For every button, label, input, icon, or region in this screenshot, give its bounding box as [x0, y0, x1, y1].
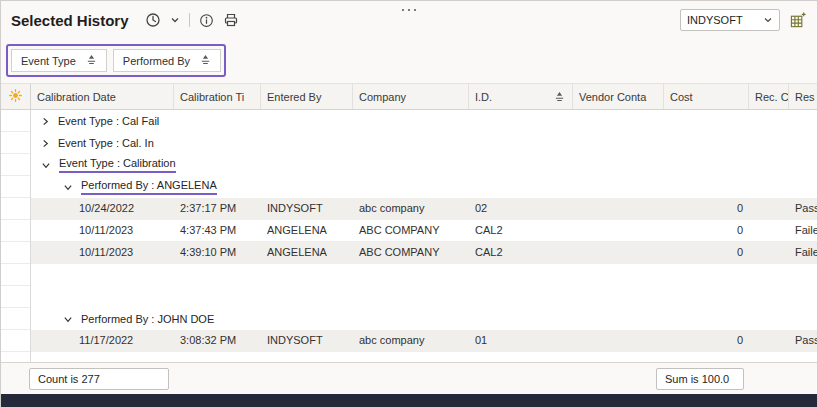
- column-header-calibration-time[interactable]: Calibration Ti: [174, 84, 261, 109]
- cell-rec-cost: [749, 220, 789, 241]
- row-cells: 10/11/2023 4:39:10 PM ANGELENA ABC COMPA…: [31, 242, 817, 264]
- column-header-label: Res: [795, 91, 815, 103]
- cell-company: ABC COMPANY: [353, 242, 469, 263]
- cell-calibration-time: 4:37:43 PM: [174, 220, 261, 241]
- column-header-rec-cost[interactable]: Rec. Co: [749, 84, 789, 109]
- count-summary-label: Count is 277: [38, 373, 100, 385]
- sun-icon: [9, 89, 22, 104]
- chevron-right-icon[interactable]: [41, 117, 50, 126]
- cell-company: ABC COMPANY: [353, 220, 469, 241]
- column-header-entered-by[interactable]: Entered By: [261, 84, 353, 109]
- row-indicator: [1, 176, 31, 198]
- cell-cost: 0: [664, 198, 749, 219]
- column-header-vendor-contact[interactable]: Vendor Conta: [573, 84, 664, 109]
- column-header-label: Entered By: [267, 91, 321, 103]
- group-label: Performed By : ANGELENA: [81, 179, 217, 195]
- cell-result: Pass: [789, 330, 817, 351]
- column-header-cost[interactable]: Cost: [664, 84, 749, 109]
- chevron-down-icon[interactable]: [41, 161, 51, 170]
- row-indicator: [1, 132, 31, 154]
- row-cells: 10/11/2023 4:37:43 PM ANGELENA ABC COMPA…: [31, 220, 817, 242]
- group-row-john-doe[interactable]: Performed By : JOHN DOE: [1, 308, 817, 330]
- chevron-down-icon: [763, 15, 773, 25]
- toolbar-separator: [189, 13, 190, 27]
- cell-entered-by: INDYSOFT: [261, 198, 353, 219]
- cell-cost: 0: [664, 330, 749, 351]
- empty-row: [1, 264, 817, 286]
- count-summary-box: Count is 277: [29, 368, 169, 390]
- group-chip-event-type[interactable]: Event Type: [11, 49, 107, 72]
- row-indicator: [1, 110, 31, 132]
- cell-cost: 0: [664, 220, 749, 241]
- group-by-highlight-box: Event Type Performed By: [6, 44, 226, 77]
- column-header-label: Calibration Ti: [180, 91, 244, 103]
- group-label: Event Type : Cal Fail: [58, 115, 159, 128]
- cell-entered-by: ANGELENA: [261, 220, 353, 241]
- column-header-calibration-date[interactable]: Calibration Date: [31, 84, 174, 109]
- indicator-column-header[interactable]: [1, 84, 31, 109]
- cell-entered-by: ANGELENA: [261, 242, 353, 263]
- group-chip-label: Event Type: [21, 55, 76, 67]
- cell-calibration-date: 11/17/2022: [31, 330, 174, 351]
- table-row[interactable]: 11/17/2022 3:08:32 PM INDYSOFT abc compa…: [1, 330, 817, 352]
- table-row[interactable]: 10/11/2023 4:37:43 PM ANGELENA ABC COMPA…: [1, 220, 817, 242]
- cell-id: 01: [469, 330, 573, 351]
- row-cells: 10/24/2022 2:37:17 PM INDYSOFT abc compa…: [31, 198, 817, 220]
- field-chooser-grid-icon[interactable]: [790, 12, 807, 29]
- empty-row: [1, 286, 817, 308]
- cell-result: Pass: [789, 198, 817, 219]
- cell-id: CAL2: [469, 242, 573, 263]
- chevron-right-icon[interactable]: [41, 139, 50, 148]
- chevron-down-icon[interactable]: [170, 15, 180, 25]
- group-label: Event Type : Cal. In: [58, 137, 154, 150]
- grid-rows: Event Type : Cal Fail Event Type : Cal. …: [1, 110, 817, 362]
- cell-vendor-contact: [573, 330, 664, 351]
- row-indicator: [1, 242, 31, 264]
- cell-cost: 0: [664, 242, 749, 263]
- cell-rec-cost: [749, 242, 789, 263]
- group-chip-performed-by[interactable]: Performed By: [113, 49, 221, 72]
- database-select-value: INDYSOFT: [687, 14, 743, 26]
- group-label: Event Type : Calibration: [59, 157, 176, 173]
- info-icon[interactable]: [199, 13, 214, 28]
- chevron-down-icon[interactable]: [63, 315, 73, 324]
- print-icon[interactable]: [223, 12, 239, 28]
- row-cells: 11/17/2022 3:08:32 PM INDYSOFT abc compa…: [31, 330, 817, 352]
- group-by-panel: Event Type Performed By: [1, 39, 817, 83]
- column-header-label: Rec. Co: [755, 91, 789, 103]
- page-title: Selected History: [11, 12, 129, 29]
- column-header-label: Company: [359, 91, 406, 103]
- group-row-angelena[interactable]: Performed By : ANGELENA: [1, 176, 817, 198]
- database-select[interactable]: INDYSOFT: [680, 9, 780, 31]
- cell-calibration-time: 2:37:17 PM: [174, 198, 261, 219]
- group-row-calibration[interactable]: Event Type : Calibration: [1, 154, 817, 176]
- sum-summary-label: Sum is 100.0: [665, 373, 729, 385]
- cell-rec-cost: [749, 198, 789, 219]
- grid-footer: Count is 277 Sum is 100.0: [1, 362, 817, 394]
- group-row-cal-in[interactable]: Event Type : Cal. In: [1, 132, 817, 154]
- table-row[interactable]: 10/11/2023 4:39:10 PM ANGELENA ABC COMPA…: [1, 242, 817, 264]
- titlebar-toolbar: [145, 12, 239, 28]
- row-indicator: [1, 330, 31, 352]
- cell-calibration-date: 10/24/2022: [31, 198, 174, 219]
- selected-history-panel: Selected History INDYSOFT: [0, 0, 818, 407]
- table-row[interactable]: 10/24/2022 2:37:17 PM INDYSOFT abc compa…: [1, 198, 817, 220]
- column-header-company[interactable]: Company: [353, 84, 469, 109]
- sort-ascending-icon: [554, 91, 566, 102]
- chevron-down-icon[interactable]: [63, 183, 73, 192]
- column-header-result[interactable]: Res: [789, 84, 817, 109]
- column-header-id[interactable]: I.D.: [469, 84, 573, 109]
- row-indicator: [1, 286, 31, 308]
- cell-calibration-date: 10/11/2023: [31, 220, 174, 241]
- clock-history-icon[interactable]: [145, 12, 161, 28]
- cell-calibration-date: 10/11/2023: [31, 242, 174, 263]
- group-label: Performed By : JOHN DOE: [81, 313, 214, 326]
- group-row-cal-fail[interactable]: Event Type : Cal Fail: [1, 110, 817, 132]
- drag-handle-dots-icon[interactable]: [400, 3, 418, 15]
- grid-header: Calibration Date Calibration Ti Entered …: [1, 83, 817, 110]
- cell-vendor-contact: [573, 220, 664, 241]
- bottom-status-bar: [1, 394, 817, 407]
- cell-rec-cost: [749, 330, 789, 351]
- row-indicator: [1, 308, 31, 330]
- row-indicator: [1, 154, 31, 176]
